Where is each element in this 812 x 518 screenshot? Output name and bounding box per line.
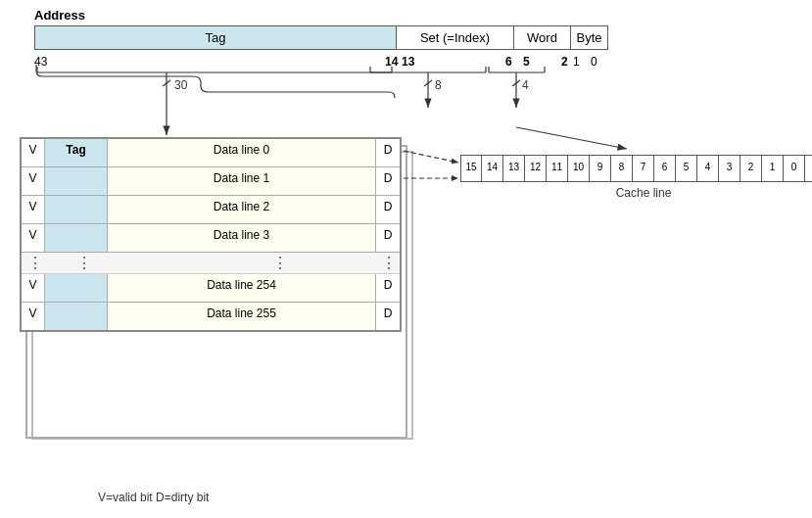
addr-set-box: Set (=Index)	[397, 25, 514, 50]
cl-cell-3: 3	[719, 155, 740, 182]
diagram-container: Address Tag Set (=Index) Word Byte 43 14…	[0, 0, 812, 518]
bit-5: 5	[523, 55, 530, 69]
cl-cell-14: 14	[482, 155, 503, 182]
dashed-data: ⋮	[108, 254, 376, 272]
cell-d-3: D	[376, 224, 400, 252]
cache-row-3: V Data line 3 D	[22, 224, 400, 253]
cell-data-1: Data line 1	[108, 167, 376, 195]
cl-cell-12: 12	[525, 155, 547, 182]
cl-cell-6: 6	[654, 155, 676, 182]
dashed-d: ⋮	[376, 254, 400, 272]
cl-cell-7: 7	[633, 155, 654, 182]
svg-text:8: 8	[435, 78, 442, 92]
svg-text:4: 4	[522, 78, 529, 92]
bit-14: 14	[385, 55, 398, 69]
cell-tag-3	[45, 224, 108, 252]
cl-cell-13: 13	[503, 155, 525, 182]
cell-tag-2	[45, 196, 108, 223]
dashed-tag: ⋮	[45, 254, 108, 272]
cache-line-label: Cache line	[460, 186, 812, 200]
cell-d-2: D	[376, 196, 400, 223]
cl-cell-10: 10	[568, 155, 590, 182]
cl-cell-8: 8	[611, 155, 633, 182]
bit-6: 6	[505, 55, 512, 69]
cell-tag-0: Tag	[45, 139, 108, 166]
cell-v-0: V	[22, 139, 45, 166]
cl-cell-0: 0	[784, 155, 805, 182]
svg-line-11	[424, 80, 432, 86]
addr-word-box: Word	[514, 25, 571, 50]
cell-data-254: Data line 254	[108, 274, 376, 302]
cl-cell-1: 1	[762, 155, 784, 182]
dashed-separator: ⋮ ⋮ ⋮ ⋮	[22, 253, 400, 274]
cell-v-1: V	[22, 167, 45, 195]
addr-tag-box: Tag	[34, 25, 397, 50]
svg-line-5	[163, 80, 170, 86]
footer-note: V=valid bit D=dirty bit	[98, 491, 209, 504]
cell-v-254: V	[22, 274, 45, 302]
cell-data-3: Data line 3	[108, 224, 376, 252]
bit-2: 2	[561, 55, 568, 69]
svg-line-19	[516, 127, 627, 149]
bit-1: 1	[573, 55, 580, 69]
cell-tag-1	[45, 167, 108, 195]
bit-43: 43	[34, 55, 47, 69]
addr-byte-box: Byte	[571, 25, 608, 50]
cell-d-254: D	[376, 274, 400, 302]
address-label: Address	[34, 8, 85, 23]
bit-13: 13	[402, 55, 414, 69]
cache-line-boxes: 15 14 13 12 11 10 9 8 7 6 5 4 3 2 1 0 D	[460, 155, 812, 182]
cl-d: D	[805, 155, 812, 182]
cl-cell-4: 4	[697, 155, 719, 182]
cell-d-1: D	[376, 167, 400, 195]
cell-d-0: D	[376, 139, 400, 166]
cell-v-2: V	[22, 196, 45, 223]
cell-data-2: Data line 2	[108, 196, 376, 223]
bit-0: 0	[591, 55, 597, 69]
svg-line-17	[512, 80, 520, 86]
cache-row-1: V Data line 1 D	[22, 167, 400, 196]
cell-v-255: V	[22, 303, 45, 330]
cache-row-254: V Data line 254 D	[22, 274, 400, 303]
svg-text:30: 30	[174, 78, 188, 92]
cell-d-255: D	[376, 303, 400, 330]
cl-cell-5: 5	[676, 155, 697, 182]
cl-cell-11: 11	[547, 155, 568, 182]
cache-line-container: 15 14 13 12 11 10 9 8 7 6 5 4 3 2 1 0 D …	[460, 155, 812, 200]
cl-cell-15: 15	[460, 155, 482, 182]
cell-tag-254	[45, 274, 108, 302]
cell-tag-255	[45, 303, 108, 330]
cl-cell-2: 2	[740, 155, 762, 182]
cell-v-3: V	[22, 224, 45, 252]
cell-data-0: Data line 0	[108, 139, 376, 166]
cache-row-2: V Data line 2 D	[22, 196, 400, 224]
cell-data-255: Data line 255	[108, 303, 376, 330]
address-boxes: Tag Set (=Index) Word Byte	[34, 25, 608, 50]
dashed-v: ⋮	[22, 254, 45, 272]
cache-structure: V Tag Data line 0 D V Data line 1 D V Da…	[20, 137, 402, 332]
cl-cell-9: 9	[590, 155, 611, 182]
cache-row-0: V Tag Data line 0 D	[22, 139, 400, 167]
cache-row-255: V Data line 255 D	[22, 303, 400, 330]
